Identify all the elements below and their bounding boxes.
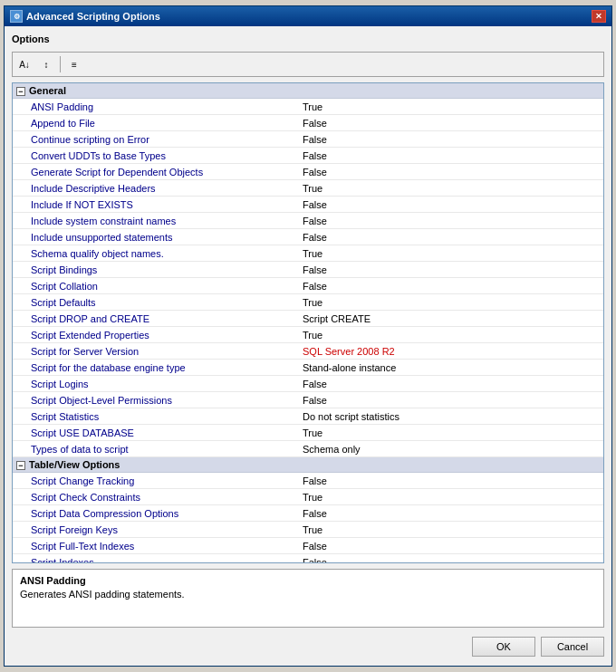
- option-value: True: [284, 522, 603, 538]
- option-value: False: [284, 262, 603, 278]
- option-value: False: [284, 505, 603, 522]
- option-name: Script Change Tracking: [13, 473, 284, 489]
- sort-button[interactable]: ↕: [36, 54, 56, 74]
- collapse-icon: −: [16, 87, 25, 96]
- option-name: Include system constraint names: [13, 213, 284, 229]
- sort-alpha-icon: A↓: [19, 60, 30, 70]
- option-value: False: [284, 164, 603, 180]
- option-name: Script DROP and CREATE: [13, 311, 284, 327]
- advanced-scripting-options-dialog: ⚙ Advanced Scripting Options ✕ Options A…: [4, 5, 612, 667]
- button-row: OK Cancel: [12, 633, 604, 658]
- description-title: ANSI Padding: [20, 575, 596, 586]
- table-row[interactable]: Include system constraint namesFalse: [13, 213, 603, 229]
- option-value: True: [284, 489, 603, 505]
- table-row[interactable]: Script USE DATABASETrue: [13, 425, 603, 441]
- option-name: Append to File: [13, 115, 284, 131]
- option-name: Script for the database engine type: [13, 360, 284, 376]
- sort-icon: ↕: [44, 60, 49, 70]
- options-grid[interactable]: −GeneralANSI PaddingTrueAppend to FileFa…: [12, 82, 604, 563]
- table-row[interactable]: Script IndexesFalse: [13, 554, 603, 564]
- option-value: True: [284, 99, 603, 115]
- sort-alpha-button[interactable]: A↓: [14, 54, 34, 74]
- option-name: Script Indexes: [13, 554, 284, 564]
- table-row[interactable]: Generate Script for Dependent ObjectsFal…: [13, 164, 603, 180]
- table-row[interactable]: Script for Server VersionSQL Server 2008…: [13, 343, 603, 360]
- option-name: ANSI Padding: [13, 99, 284, 115]
- section-header-general[interactable]: −General: [13, 83, 603, 99]
- option-value: True: [284, 294, 603, 311]
- close-button[interactable]: ✕: [592, 10, 606, 23]
- option-value: Do not script statistics: [284, 408, 603, 425]
- table-row[interactable]: Include If NOT EXISTSFalse: [13, 197, 603, 213]
- option-value: Script CREATE: [284, 311, 603, 327]
- table-row[interactable]: Script DefaultsTrue: [13, 294, 603, 311]
- option-value: True: [284, 327, 603, 343]
- option-name: Script Logins: [13, 376, 284, 392]
- table-row[interactable]: Types of data to scriptSchema only: [13, 441, 603, 457]
- option-name: Include Descriptive Headers: [13, 180, 284, 197]
- option-name: Script Defaults: [13, 294, 284, 311]
- table-row[interactable]: Script Check ConstraintsTrue: [13, 489, 603, 505]
- table-row[interactable]: Script Change TrackingFalse: [13, 473, 603, 489]
- option-name: Script Foreign Keys: [13, 522, 284, 538]
- option-value: False: [284, 115, 603, 131]
- table-row[interactable]: Script CollationFalse: [13, 278, 603, 294]
- table-row[interactable]: Schema qualify object names.True: [13, 245, 603, 262]
- option-value: False: [284, 278, 603, 294]
- window-title: Advanced Scripting Options: [26, 11, 160, 22]
- section-header-table-view[interactable]: −Table/View Options: [13, 457, 603, 473]
- option-value: SQL Server 2008 R2: [284, 343, 603, 360]
- option-name: Script Full-Text Indexes: [13, 538, 284, 554]
- option-value: True: [284, 245, 603, 262]
- option-name: Script Collation: [13, 278, 284, 294]
- table-row[interactable]: Continue scripting on ErrorFalse: [13, 131, 603, 148]
- table-row[interactable]: ANSI PaddingTrue: [13, 99, 603, 115]
- table-row[interactable]: Script for the database engine typeStand…: [13, 360, 603, 376]
- window-icon: ⚙: [10, 10, 23, 23]
- option-name: Generate Script for Dependent Objects: [13, 164, 284, 180]
- list-icon: ≡: [72, 60, 77, 70]
- option-name: Script USE DATABASE: [13, 425, 284, 441]
- option-name: Script Extended Properties: [13, 327, 284, 343]
- collapse-icon: −: [16, 461, 25, 470]
- table-row[interactable]: Convert UDDTs to Base TypesFalse: [13, 148, 603, 164]
- table-row[interactable]: Script BindingsFalse: [13, 262, 603, 278]
- option-value: False: [284, 148, 603, 164]
- description-text: Generates ANSI padding statements.: [20, 589, 596, 600]
- option-value: False: [284, 538, 603, 554]
- option-name: Convert UDDTs to Base Types: [13, 148, 284, 164]
- option-name: Script Statistics: [13, 408, 284, 425]
- ok-button[interactable]: OK: [472, 637, 535, 657]
- option-value: Stand-alone instance: [284, 360, 603, 376]
- title-bar: ⚙ Advanced Scripting Options ✕: [5, 6, 611, 26]
- option-value: Schema only: [284, 441, 603, 457]
- option-value: False: [284, 554, 603, 564]
- option-name: Script Data Compression Options: [13, 505, 284, 522]
- toolbar-separator: [60, 56, 61, 72]
- content-area: Options A↓ ↕ ≡ −GeneralANSI PaddingTrueA…: [5, 26, 611, 666]
- option-name: Script Object-Level Permissions: [13, 392, 284, 408]
- option-name: Types of data to script: [13, 441, 284, 457]
- list-view-button[interactable]: ≡: [64, 54, 84, 74]
- table-row[interactable]: Script StatisticsDo not script statistic…: [13, 408, 603, 425]
- table-row[interactable]: Include unsupported statementsFalse: [13, 229, 603, 245]
- option-name: Script Bindings: [13, 262, 284, 278]
- table-row[interactable]: Script Extended PropertiesTrue: [13, 327, 603, 343]
- table-row[interactable]: Append to FileFalse: [13, 115, 603, 131]
- options-label: Options: [12, 34, 604, 44]
- option-name: Script for Server Version: [13, 343, 284, 360]
- description-panel: ANSI Padding Generates ANSI padding stat…: [12, 569, 604, 628]
- option-name: Schema qualify object names.: [13, 245, 284, 262]
- grid-table: −GeneralANSI PaddingTrueAppend to FileFa…: [13, 83, 603, 563]
- option-value: True: [284, 425, 603, 441]
- option-name: Include If NOT EXISTS: [13, 197, 284, 213]
- table-row[interactable]: Script DROP and CREATEScript CREATE: [13, 311, 603, 327]
- cancel-button[interactable]: Cancel: [541, 637, 604, 657]
- table-row[interactable]: Script Foreign KeysTrue: [13, 522, 603, 538]
- table-row[interactable]: Script Object-Level PermissionsFalse: [13, 392, 603, 408]
- toolbar: A↓ ↕ ≡: [12, 52, 604, 77]
- table-row[interactable]: Script Full-Text IndexesFalse: [13, 538, 603, 554]
- table-row[interactable]: Script Data Compression OptionsFalse: [13, 505, 603, 522]
- table-row[interactable]: Include Descriptive HeadersTrue: [13, 180, 603, 197]
- table-row[interactable]: Script LoginsFalse: [13, 376, 603, 392]
